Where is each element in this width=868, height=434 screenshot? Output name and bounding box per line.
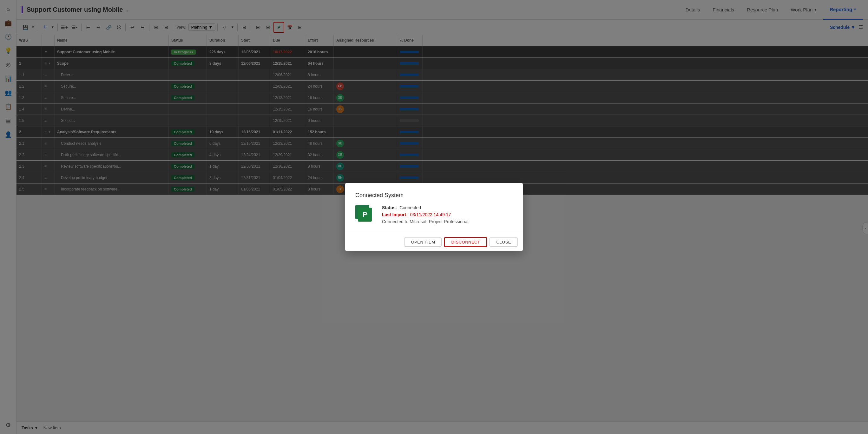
modal-overlay: Connected System P Status: Connected Las… — [0, 0, 868, 434]
modal-content: P Status: Connected Last Import: 03/11/2… — [355, 205, 513, 225]
ms-proj-icon-front: P — [358, 208, 372, 222]
modal-last-import-line: Last Import: 03/11/2022 14:49:17 — [382, 212, 513, 217]
modal-title: Connected System — [355, 192, 513, 199]
modal-body: Connected System P Status: Connected Las… — [345, 183, 523, 233]
last-import-value: 03/11/2022 14:49:17 — [410, 212, 451, 217]
modal-footer: OPEN ITEM DISCONNECT CLOSE — [345, 233, 523, 251]
status-label: Status: — [382, 205, 397, 210]
modal-info: Status: Connected Last Import: 03/11/202… — [382, 205, 513, 224]
connected-system-modal: Connected System P Status: Connected Las… — [345, 183, 523, 251]
modal-description: Connected to Microsoft Project Professio… — [382, 219, 513, 224]
disconnect-button[interactable]: DISCONNECT — [444, 237, 487, 247]
status-value: Connected — [399, 205, 421, 210]
last-import-label: Last Import: — [382, 212, 408, 217]
modal-status-line: Status: Connected — [382, 205, 513, 210]
close-modal-button[interactable]: CLOSE — [490, 237, 518, 247]
ms-project-icon: P — [355, 205, 376, 225]
open-item-button[interactable]: OPEN ITEM — [404, 237, 442, 247]
